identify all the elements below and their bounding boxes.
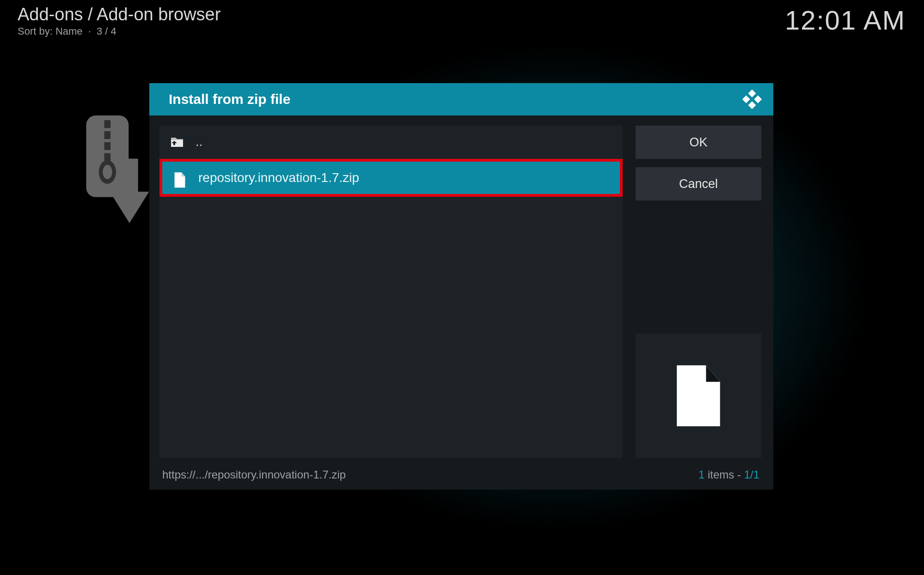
dialog-side-column: OK Cancel (636, 126, 761, 458)
list-position: 3 / 4 (97, 25, 116, 37)
folder-up-icon (171, 136, 184, 148)
highlight-annotation: repository.innovation-1.7.zip (159, 159, 623, 197)
parent-folder-row[interactable]: .. (159, 126, 623, 158)
separator-dot: · (83, 25, 97, 37)
sort-value: Name (55, 25, 83, 37)
svg-rect-4 (104, 153, 111, 161)
svg-point-6 (103, 165, 112, 179)
svg-rect-2 (104, 131, 111, 139)
kodi-logo-icon (741, 88, 763, 110)
top-bar: Add-ons / Add-on browser Sort by: Name ·… (0, 0, 924, 40)
file-icon (173, 172, 186, 184)
breadcrumb: Add-ons / Add-on browser (18, 5, 220, 24)
dialog-body: .. repository.innovation-1.7.zip OK Canc… (149, 115, 773, 465)
file-preview-icon (673, 363, 724, 428)
svg-rect-1 (104, 120, 111, 128)
svg-rect-3 (104, 142, 111, 150)
footer-count: 1 items - 1/1 (698, 468, 759, 481)
file-preview (636, 333, 761, 458)
dialog-title: Install from zip file (169, 91, 290, 107)
dialog-footer: https://.../repository.innovation-1.7.zi… (149, 465, 773, 490)
zip-file-row[interactable]: repository.innovation-1.7.zip (162, 162, 620, 194)
footer-count-label: items - (704, 468, 744, 481)
install-zip-dialog: Install from zip file (149, 83, 773, 490)
footer-path: https://.../repository.innovation-1.7.zi… (162, 468, 346, 481)
footer-page: 1/1 (744, 468, 759, 481)
zip-file-label: repository.innovation-1.7.zip (198, 170, 359, 185)
clock: 12:01 AM (785, 5, 906, 36)
breadcrumb-wrap: Add-ons / Add-on browser Sort by: Name ·… (18, 5, 220, 37)
dialog-header: Install from zip file (149, 83, 773, 115)
footer-count-number: 1 (698, 468, 704, 481)
parent-folder-label: .. (196, 134, 203, 149)
ok-button[interactable]: OK (636, 126, 761, 159)
sort-line: Sort by: Name · 3 / 4 (18, 25, 220, 37)
sort-prefix: Sort by: (18, 25, 55, 37)
cancel-button[interactable]: Cancel (636, 167, 761, 200)
file-list[interactable]: .. repository.innovation-1.7.zip (159, 126, 623, 458)
